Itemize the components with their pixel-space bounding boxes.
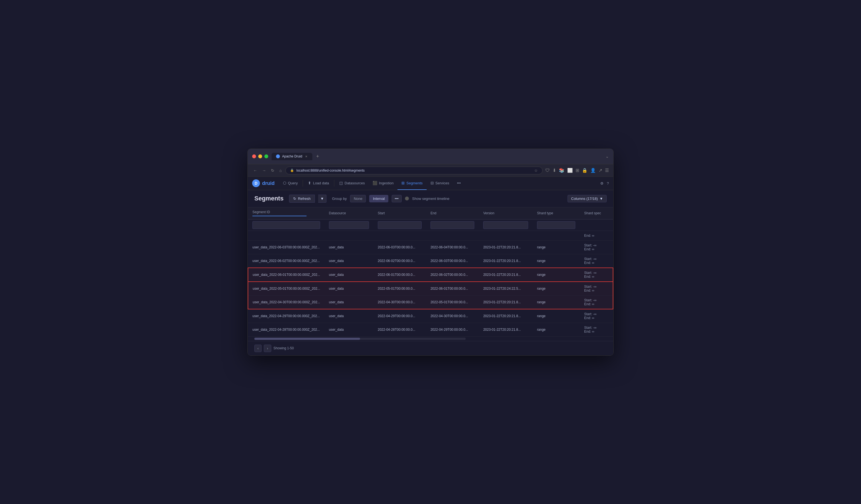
maximize-button[interactable] — [264, 154, 268, 158]
shard-end: End: ∞ — [584, 330, 609, 334]
next-page-button[interactable]: › — [264, 345, 271, 352]
nav-query-label: Query — [288, 181, 298, 185]
filter-shard-type-cell — [533, 219, 580, 231]
segment-timeline-toggle[interactable] — [405, 197, 409, 200]
scroll-track[interactable] — [254, 338, 466, 340]
row-version — [479, 230, 533, 240]
close-button[interactable] — [252, 154, 256, 158]
table-container: Segment ID Datasource Start End — [248, 207, 613, 337]
filter-version-input[interactable] — [483, 221, 528, 229]
tab-bar: Apache Druid ✕ + — [272, 153, 602, 160]
col-shard-spec[interactable]: Shard spec — [580, 207, 613, 219]
col-datasource[interactable]: Datasource — [325, 207, 373, 219]
back-button[interactable]: ← — [252, 167, 258, 174]
table-row-highlighted-2[interactable]: user_data_2022-05-01T00:00:00.000Z_202..… — [248, 282, 613, 295]
druid-logo-icon: D — [252, 179, 260, 187]
columns-arrow-icon: ▼ — [599, 197, 603, 201]
help-icon[interactable]: ? — [607, 181, 609, 185]
nav-more-label: ••• — [457, 181, 461, 185]
prev-page-button[interactable]: ‹ — [254, 345, 262, 352]
query-icon: ⬡ — [283, 181, 286, 185]
minimize-button[interactable] — [258, 154, 262, 158]
shard-end: End: ∞ — [584, 247, 609, 251]
row-datasource: user_data — [325, 282, 373, 295]
shard-end: End: ∞ — [584, 316, 609, 320]
nav-item-load-data[interactable]: ⬆ Load data — [304, 177, 333, 190]
refresh-dropdown-button[interactable]: ▼ — [318, 195, 327, 202]
tab-title: Apache Druid — [282, 154, 302, 158]
show-timeline-label: Show segment timeline — [412, 197, 449, 201]
row-version: 2023-01-22T20:20:21.8... — [479, 254, 533, 268]
row-version: 2023-01-22T20:20:21.8... — [479, 295, 533, 309]
nav-item-more[interactable]: ••• — [453, 177, 465, 190]
filter-shard-type-input[interactable] — [537, 221, 575, 229]
vpn-icon: 🔒 — [582, 168, 588, 173]
table-row[interactable]: user_data_2022-04-28T00:00:00.000Z_202..… — [248, 323, 613, 336]
group-none-button[interactable]: None — [350, 195, 366, 202]
col-version-label: Version — [483, 211, 494, 215]
shard-start: Start: -∞ — [584, 312, 609, 316]
row-datasource: user_data — [325, 323, 373, 336]
group-interval-label: Interval — [373, 197, 385, 201]
col-end[interactable]: End — [426, 207, 479, 219]
more-options-button[interactable]: ••• — [392, 195, 402, 202]
row-segment-id: user_data_2022-05-01T00:00:00.000Z_202..… — [248, 282, 325, 295]
table-row[interactable]: user_data_2022-06-03T00:00:00.000Z_202..… — [248, 240, 613, 254]
address-input[interactable]: 🔒 localhost:8888/unified-console.html#se… — [285, 167, 543, 174]
col-datasource-label: Datasource — [329, 211, 346, 215]
chevron-down-icon: ⌄ — [605, 154, 609, 158]
table-row[interactable]: user_data_2022-04-29T00:00:00.000Z_202..… — [248, 309, 613, 323]
url-text: localhost:8888/unified-console.html#segm… — [296, 169, 365, 172]
row-datasource: user_data — [325, 268, 373, 282]
filter-version-cell — [479, 219, 533, 231]
table-row[interactable]: user_data_2022-06-02T00:00:00.000Z_202..… — [248, 254, 613, 268]
table-row-highlighted-3[interactable]: user_data_2022-04-30T00:00:00.000Z_202..… — [248, 295, 613, 309]
row-datasource: user_data — [325, 254, 373, 268]
row-shard-type: range — [533, 323, 580, 336]
row-version: 2023-01-22T20:20:21.8... — [479, 309, 533, 323]
nav-item-query[interactable]: ⬡ Query — [279, 177, 301, 190]
bookmark-icon[interactable]: ☆ — [534, 168, 538, 173]
row-shard-type: range — [533, 268, 580, 282]
load-data-icon: ⬆ — [308, 181, 311, 185]
reload-button[interactable]: ↻ — [270, 167, 275, 174]
menu-icon[interactable]: ☰ — [605, 168, 609, 173]
new-tab-icon[interactable]: + — [315, 154, 321, 159]
columns-button[interactable]: Columns (17/18) ▼ — [568, 195, 607, 202]
nav-item-ingestion[interactable]: ⬛ Ingestion — [369, 177, 397, 190]
nav-item-segments[interactable]: ⊞ Segments — [397, 177, 427, 190]
row-start: 2022-06-01T00:00:00.0... — [373, 268, 426, 282]
row-end: 2022-04-30T00:00:00.0... — [426, 309, 479, 323]
row-segment-id: user_data_2022-06-02T00:00:00.000Z_202..… — [248, 254, 325, 268]
title-bar: Apache Druid ✕ + ⌄ — [248, 149, 613, 164]
group-interval-button[interactable]: Interval — [369, 195, 388, 202]
col-start[interactable]: Start — [373, 207, 426, 219]
row-start: 2022-06-03T00:00:00.0... — [373, 240, 426, 254]
refresh-button[interactable]: ↻ Refresh — [289, 195, 315, 202]
grid-icon: ⊞ — [576, 168, 579, 173]
row-end: 2022-06-04T00:00:00.0... — [426, 240, 479, 254]
col-version[interactable]: Version — [479, 207, 533, 219]
row-end: 2022-06-01T00:00:00.0... — [426, 282, 479, 295]
home-button[interactable]: ⌂ — [278, 167, 283, 174]
browser-tab[interactable]: Apache Druid ✕ — [272, 153, 312, 160]
shard-start: Start: -∞ — [584, 243, 609, 247]
nav-item-datasources[interactable]: ◫ Datasources — [336, 177, 369, 190]
nav-ingestion-label: Ingestion — [379, 181, 394, 185]
filter-end-input[interactable] — [430, 221, 474, 229]
row-shard-type — [533, 230, 580, 240]
filter-datasource-input[interactable] — [329, 221, 369, 229]
col-segment-id[interactable]: Segment ID — [248, 207, 325, 219]
filter-start-input[interactable] — [378, 221, 422, 229]
forward-button[interactable]: → — [261, 167, 267, 174]
filter-datasource-cell — [325, 219, 373, 231]
row-segment-id: user_data_2022-04-28T00:00:00.000Z_202..… — [248, 323, 325, 336]
table-row-highlighted-1[interactable]: user_data_2022-06-01T00:00:00.000Z_202..… — [248, 268, 613, 282]
gear-icon[interactable]: ⚙ — [600, 181, 604, 185]
nav-item-services[interactable]: ⊟ Services — [427, 177, 453, 190]
filter-segment-id-input[interactable] — [252, 221, 320, 229]
table-row[interactable]: End: ∞ — [248, 230, 613, 240]
scroll-thumb[interactable] — [254, 338, 360, 340]
tab-close-icon[interactable]: ✕ — [304, 154, 308, 158]
col-shard-type[interactable]: Shard type — [533, 207, 580, 219]
